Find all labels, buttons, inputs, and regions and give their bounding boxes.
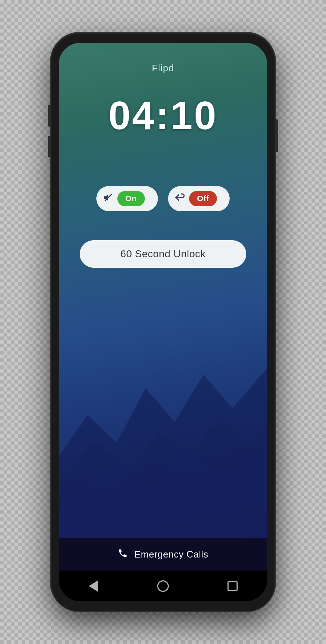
nav-recents-button[interactable] [223,577,242,595]
clock-display: 04:10 [108,96,217,135]
svg-marker-2 [59,449,267,538]
flip-toggle-badge: Off [189,191,217,206]
back-icon [89,580,98,592]
mute-icon [103,192,114,206]
power-button[interactable] [275,119,278,152]
svg-marker-0 [59,368,267,538]
unlock-button[interactable]: 60 Second Unlock [80,240,247,268]
screen-container: Flipd 04:10 On [59,43,267,601]
phone-screen: Flipd 04:10 On [59,43,267,601]
volume-up-button[interactable] [48,105,51,127]
mountain-background [59,266,267,538]
mute-toggle-badge: On [117,191,145,206]
home-icon [157,580,169,592]
app-title: Flipd [152,63,174,74]
mute-toggle[interactable]: On [96,186,158,211]
nav-home-button[interactable] [154,577,172,595]
volume-down-button[interactable] [48,136,51,157]
toggle-row: On Off [96,186,230,211]
emergency-label: Emergency Calls [134,549,208,560]
emergency-bar[interactable]: Emergency Calls [59,538,267,571]
nav-back-button[interactable] [84,577,103,595]
phone-device: Flipd 04:10 On [51,33,275,611]
lock-screen: Flipd 04:10 On [59,43,267,538]
recents-icon [227,581,238,591]
flip-icon [175,192,185,206]
flip-toggle[interactable]: Off [168,186,230,211]
svg-marker-1 [59,415,267,538]
phone-icon [118,548,128,561]
navigation-bar [59,571,267,601]
